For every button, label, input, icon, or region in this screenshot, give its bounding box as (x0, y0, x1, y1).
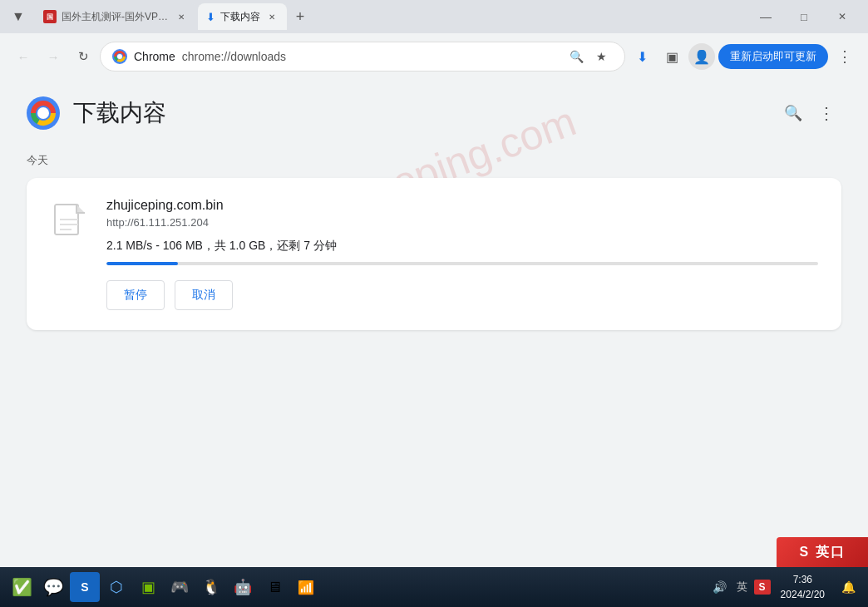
window-minimize[interactable]: — (747, 2, 785, 32)
file-svg (53, 203, 86, 243)
taskbar-icon-check[interactable]: ✅ (7, 572, 37, 602)
tab1-close[interactable]: ✕ (175, 10, 188, 23)
clock-time: 7:36 (781, 572, 825, 587)
page-title: 下载内容 (73, 97, 166, 129)
download-card: zhujiceping.com.bin http://61.111.251.20… (27, 178, 841, 330)
ime-badge[interactable]: S (754, 580, 771, 595)
reload-button[interactable]: ↻ (70, 43, 96, 70)
progress-bar-container (106, 262, 818, 265)
volume-icon[interactable]: 🔊 (709, 580, 730, 594)
split-screen-btn[interactable]: ▣ (658, 43, 685, 70)
taskbar-icon-qq[interactable]: 🐧 (196, 572, 226, 602)
tab-1[interactable]: 国 国外主机测评-国外VPS、国... ✕ (35, 3, 196, 30)
back-button[interactable]: ← (10, 43, 37, 70)
clock-date: 2024/2/20 (781, 587, 825, 602)
taskbar-icon-wechat[interactable]: 💬 (38, 572, 68, 602)
more-icon: ⋮ (837, 47, 852, 66)
taskbar-icon-robot[interactable]: 🤖 (228, 572, 258, 602)
tab2-close[interactable]: ✕ (265, 10, 279, 23)
page-content: 下载内容 🔍 ⋮ zhujiceping.com 今天 (0, 80, 868, 567)
reload-icon: ↻ (78, 49, 89, 64)
more-menu-btn[interactable]: ⋮ (831, 43, 858, 70)
download-info: zhujiceping.com.bin http://61.111.251.20… (106, 198, 818, 310)
download-status: 2.1 MB/s - 106 MB，共 1.0 GB，还剩 7 分钟 (106, 239, 818, 254)
cancel-button[interactable]: 取消 (175, 280, 233, 310)
search-icon: 🔍 (570, 50, 584, 63)
chrome-logo-small (112, 49, 127, 64)
search-page-btn[interactable]: 🔍 (778, 98, 808, 128)
downloads-icon-btn[interactable]: ⬇ (629, 43, 655, 70)
tab-2[interactable]: ⬇ 下载内容 ✕ (198, 3, 287, 30)
taskbar-icon-bluetooth[interactable]: ⬡ (101, 572, 131, 602)
profile-icon: 👤 (693, 49, 710, 65)
svg-point-1 (117, 54, 122, 59)
sys-tray: 🔊 英 S 7:36 2024/2/20 🔔 (709, 572, 861, 602)
update-button[interactable]: 重新启动即可更新 (718, 44, 828, 69)
progress-bar-fill (106, 262, 178, 265)
split-screen-icon: ▣ (666, 49, 678, 65)
update-label: 重新启动即可更新 (730, 50, 816, 62)
address-url: chrome://downloads (182, 50, 286, 63)
bookmark-icon-btn[interactable]: ★ (589, 45, 613, 68)
forward-button[interactable]: → (40, 43, 67, 70)
tab1-title: 国外主机测评-国外VPS、国... (62, 10, 170, 24)
pause-button[interactable]: 暂停 (106, 280, 165, 310)
taskbar-icon-monitor[interactable]: 🖥 (259, 572, 289, 602)
address-box[interactable]: Chrome chrome://downloads 🔍 ★ (100, 42, 625, 72)
page-header: 下载内容 🔍 ⋮ (27, 96, 841, 130)
maximize-icon: □ (801, 11, 807, 23)
download-url: http://61.111.251.204 (106, 216, 818, 229)
page-more-btn[interactable]: ⋮ (811, 98, 841, 128)
taskbar-icon-sogou[interactable]: S (70, 572, 100, 602)
bookmark-icon: ★ (596, 50, 607, 63)
address-bar-row: ← → ↻ Chrome chrome://downloads 🔍 ★ (0, 33, 868, 80)
tab-list-dropdown[interactable]: ▼ (7, 5, 30, 28)
download-filename: zhujiceping.com.bin (106, 198, 818, 213)
sogou-overlay-text: S 英口 (799, 544, 845, 561)
chrome-logo-big (27, 96, 60, 130)
download-actions: 暂停 取消 (106, 280, 818, 310)
search-icon-btn[interactable]: 🔍 (565, 45, 588, 68)
tab2-download-icon: ⬇ (206, 11, 215, 23)
lang-badge[interactable]: 英 (733, 580, 751, 595)
window-close[interactable]: ✕ (823, 2, 861, 32)
svg-point-3 (37, 107, 49, 119)
search-page-icon: 🔍 (784, 104, 802, 122)
close-icon: ✕ (838, 11, 846, 22)
taskbar-icon-game[interactable]: 🎮 (165, 572, 195, 602)
tab1-favicon: 国 (43, 10, 57, 23)
back-icon: ← (17, 50, 30, 64)
profile-btn[interactable]: 👤 (688, 43, 715, 70)
taskbar-icon-wifi[interactable]: 📶 (291, 572, 321, 602)
forward-icon: → (47, 50, 60, 64)
clock[interactable]: 7:36 2024/2/20 (774, 572, 831, 602)
tab2-title: 下载内容 (220, 10, 260, 24)
notification-btn[interactable]: 🔔 (835, 574, 861, 600)
page-more-icon: ⋮ (818, 103, 835, 123)
taskbar: ✅ 💬 S ⬡ ▣ 🎮 🐧 🤖 🖥 📶 🔊 英 S 7:36 2024/2/20… (0, 567, 868, 607)
notification-icon: 🔔 (841, 580, 856, 594)
minimize-icon: — (760, 10, 772, 23)
address-brand: Chrome (134, 50, 175, 63)
sogou-overlay[interactable]: S 英口 (777, 537, 868, 567)
section-today: 今天 (27, 153, 841, 168)
file-icon (50, 203, 90, 243)
window-maximize[interactable]: □ (785, 2, 823, 32)
downloads-icon: ⬇ (637, 49, 648, 65)
new-tab-button[interactable]: + (289, 5, 312, 28)
taskbar-icon-nvidia[interactable]: ▣ (133, 572, 163, 602)
